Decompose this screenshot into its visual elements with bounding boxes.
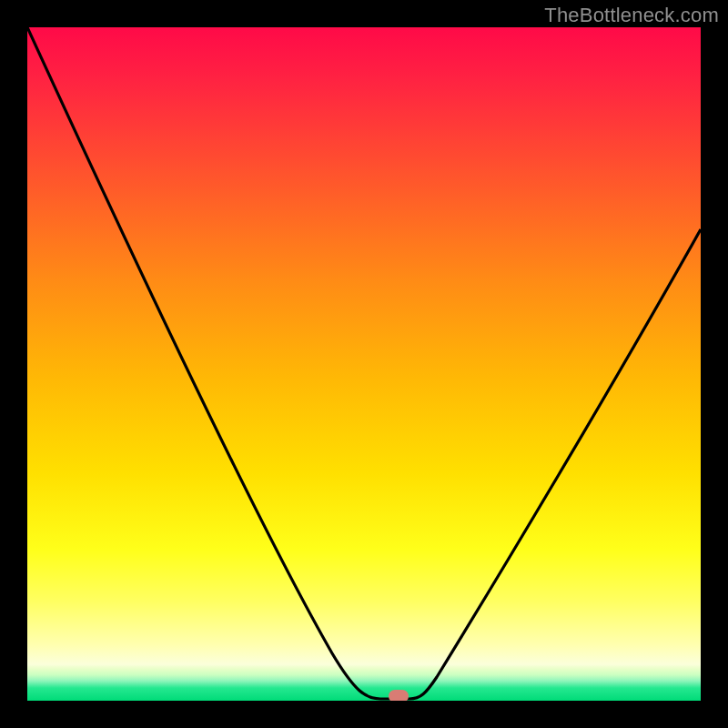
bottleneck-curve — [27, 27, 701, 701]
minimum-marker — [389, 690, 409, 701]
curve-path — [27, 27, 701, 699]
watermark-text: TheBottleneck.com — [544, 4, 719, 27]
chart-frame: TheBottleneck.com — [0, 0, 728, 728]
plot-area — [27, 27, 701, 701]
